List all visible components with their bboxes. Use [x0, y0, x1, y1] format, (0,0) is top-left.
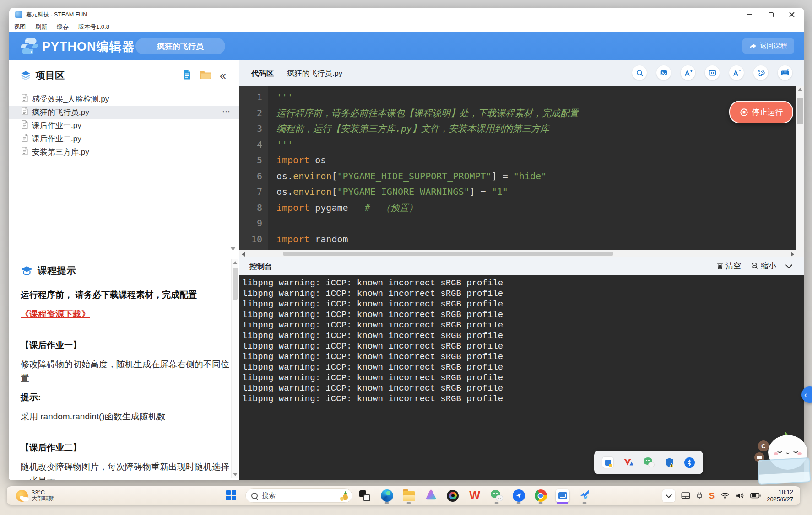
wechat-icon [491, 490, 503, 501]
scroll-up-icon[interactable] [798, 88, 802, 91]
image-icon-button[interactable] [656, 65, 671, 80]
code-text: os.environ["PYGAME_HIDE_SUPPORT_PROMPT"]… [276, 168, 547, 184]
file-item[interactable]: 感受效果_人脸检测.py [9, 92, 239, 106]
file-item[interactable]: 课后作业一.py [9, 119, 239, 132]
back-to-course-label: 返回课程 [760, 42, 787, 50]
taskbar-app-wechat[interactable] [489, 488, 504, 504]
tray-plug-icon[interactable] [696, 492, 703, 500]
tray-chevron-icon[interactable] [662, 489, 675, 502]
collapse-sidebar-button[interactable]: « [220, 71, 226, 80]
menu-item-1[interactable]: 视图 [14, 23, 26, 31]
editor-horizontal-scrollbar[interactable] [239, 250, 796, 258]
taskbar-clock[interactable]: 18:122025/6/27 [767, 488, 793, 503]
taskbar-app-file-explorer[interactable] [401, 488, 417, 504]
console-clear-label: 清空 [725, 261, 741, 271]
menu-item-3[interactable]: 缓存 [57, 23, 69, 31]
start-button[interactable] [226, 490, 236, 500]
taskbar-app-compass-browser[interactable] [511, 488, 526, 504]
close-button[interactable] [781, 8, 802, 21]
desktop-pet-mascot: C [754, 432, 812, 483]
scroll-up-icon[interactable] [233, 261, 238, 264]
tray-monitor-icon[interactable] [681, 492, 690, 499]
code-editor[interactable]: 1'''2运行程序前，请务必前往本课包【课程说明】处，下载课程素材，完成配置3编… [239, 86, 796, 253]
menu-item-4[interactable]: 版本号1.0.8 [78, 23, 109, 31]
line-number: 10 [239, 231, 262, 247]
tray-wifi-icon[interactable] [720, 492, 730, 499]
palette-icon-button[interactable] [753, 65, 768, 80]
titlebar: 嘉元科技 - STEAM.FUN [9, 8, 804, 21]
flyout-sunflower-v-icon[interactable] [623, 457, 634, 467]
font-decrease-icon-button[interactable] [729, 65, 744, 80]
open-folder-button[interactable] [200, 70, 211, 81]
stop-run-button[interactable]: 停止运行 [729, 101, 793, 123]
app-window: 嘉元科技 - STEAM.FUN 视图刷新缓存版本号1.0.8 PYTHON编辑… [9, 8, 804, 480]
keyboard-icon-button[interactable] [778, 65, 792, 80]
taskbar-app-chrome[interactable] [533, 488, 548, 504]
taskbar-search-input[interactable]: 搜索 [245, 488, 352, 503]
taskbar-weather-widget[interactable]: 33°C 大部晴朗 [16, 489, 54, 502]
new-file-button[interactable] [182, 69, 192, 82]
flyout-wechat-icon[interactable] [644, 457, 655, 467]
code-line: 3编程前，运行【安装第三方库.py】文件，安装本课用到的第三方库 [239, 121, 796, 137]
project-scroll-down-icon[interactable] [230, 247, 236, 251]
back-to-course-button[interactable]: 返回课程 [742, 38, 794, 54]
tips-scrollbar[interactable] [231, 259, 238, 478]
desktop: { "window": { "title": "嘉元科技 - STEAM.FUN… [0, 0, 812, 515]
chrome-icon [535, 489, 547, 502]
console-collapse-chevron-icon[interactable] [785, 262, 793, 269]
console-shrink-button[interactable]: 缩小 [751, 261, 776, 271]
file-item[interactable]: 课后作业二.py [9, 132, 239, 145]
mascot-box [758, 457, 811, 485]
editor-toolbar [632, 65, 792, 80]
scroll-down-icon[interactable] [233, 473, 238, 476]
editor-vscroll-thumb[interactable] [797, 98, 803, 124]
minimize-button[interactable] [739, 8, 760, 21]
search-icon-button[interactable] [632, 65, 647, 80]
flyout-security-shield-icon[interactable] [664, 457, 675, 468]
format-icon-button[interactable] [705, 65, 720, 80]
taskbar-app-design-app[interactable] [423, 488, 438, 504]
scroll-left-icon[interactable] [242, 252, 245, 257]
mascot-coin-badge[interactable]: C [758, 440, 769, 451]
file-icon [21, 134, 28, 144]
taskbar-app-edge[interactable] [379, 488, 395, 504]
code-line: 10import random [239, 231, 796, 247]
editor-vertical-scrollbar[interactable] [796, 86, 804, 257]
shirt-icon [757, 456, 762, 459]
taskbar-app-task-view[interactable] [357, 488, 373, 504]
taskbar-app-camera[interactable] [445, 488, 460, 504]
flyout-docs-app-icon[interactable] [602, 457, 613, 468]
font-increase-icon-button[interactable] [681, 65, 695, 80]
tray-battery-icon[interactable] [750, 493, 761, 499]
file-item[interactable]: 疯狂的飞行员.py⋯ [9, 106, 239, 119]
editor-hscroll-thumb[interactable] [283, 252, 613, 256]
menu-item-2[interactable]: 刷新 [35, 23, 47, 31]
file-item[interactable]: 安装第三方库.py [9, 145, 239, 159]
taskbar-app-python-editor[interactable] [555, 488, 570, 504]
tray-volume-icon[interactable] [736, 492, 744, 499]
console-output[interactable]: libpng warning: iCCP: known incorrect sR… [239, 275, 804, 480]
flyout-bluetooth-icon[interactable] [684, 457, 695, 468]
taskbar-app-tim[interactable] [577, 488, 592, 504]
file-more-button[interactable]: ⋯ [222, 107, 231, 117]
console-shrink-label: 缩小 [761, 261, 776, 271]
search-highlight-pineapple-icon [340, 491, 348, 501]
running-app-indicator [539, 502, 543, 504]
active-app-indicator [557, 502, 568, 504]
restore-button[interactable] [760, 8, 781, 21]
stop-icon [740, 108, 748, 117]
console-clear-button[interactable]: 清空 [716, 261, 741, 271]
course-resource-link[interactable]: 《课程资源下载》 [21, 307, 232, 321]
tray-sogou-s-icon[interactable]: S [709, 491, 715, 501]
tips-scrollbar-thumb[interactable] [233, 268, 238, 300]
taskbar-app-icons: W [357, 488, 592, 504]
scroll-right-icon[interactable] [791, 252, 794, 257]
compass-browser-icon [513, 489, 525, 502]
taskbar-app-wps[interactable]: W [467, 488, 482, 504]
console-line: libpng warning: iCCP: known incorrect sR… [242, 362, 804, 373]
open-file-name: 疯狂的飞行员.py [287, 69, 342, 79]
mascot-eye [793, 449, 798, 453]
running-app-indicator [495, 502, 499, 504]
code-text: ''' [276, 89, 293, 105]
lesson-tab[interactable]: 疯狂的飞行员 [135, 38, 225, 54]
